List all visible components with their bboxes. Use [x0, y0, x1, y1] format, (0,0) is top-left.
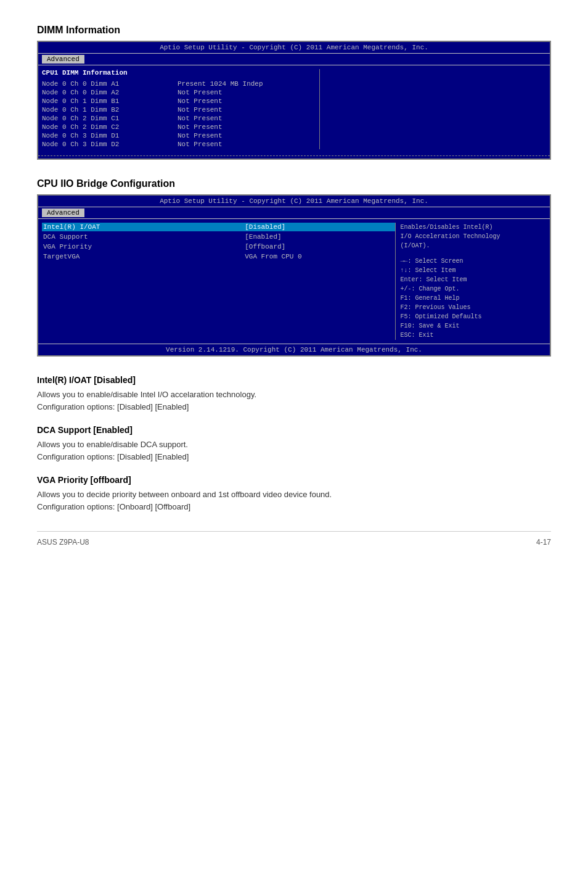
dimm-cpu-label: CPU1 DIMM Information: [42, 69, 313, 76]
iio-row-label: VGA Priority: [42, 242, 243, 251]
nav-help-item: +/-: Change Opt.: [401, 284, 546, 294]
dimm-row-value: Not Present: [178, 123, 313, 131]
iio-row-label: TargetVGA: [42, 252, 243, 261]
vga-priority-body: Allows you to decide priority between on…: [37, 489, 551, 513]
dimm-table-row: Node 0 Ch 0 Dimm A2Not Present: [42, 89, 313, 96]
iio-row-label: Intel(R) I/OAT: [42, 223, 243, 231]
dimm-bios-left: CPU1 DIMM Information Node 0 Ch 0 Dimm A…: [42, 69, 319, 149]
dimm-row-label: Node 0 Ch 3 Dimm D2: [42, 141, 178, 148]
iio-bios-header: Aptio Setup Utility - Copyright (C) 2011…: [38, 196, 550, 207]
dimm-row-label: Node 0 Ch 2 Dimm C1: [42, 115, 178, 122]
vga-priority-title: VGA Priority [offboard]: [37, 475, 551, 485]
iio-row-value: [Enabled]: [243, 233, 394, 241]
iio-bios-screen: Aptio Setup Utility - Copyright (C) 2011…: [37, 194, 551, 357]
page-footer: ASUS Z9PA-U8 4-17: [37, 531, 551, 547]
dca-support-body: Allows you to enable/disable DCA support…: [37, 439, 551, 463]
dimm-row-label: Node 0 Ch 2 Dimm C2: [42, 123, 178, 131]
iio-section-title: CPU IIO Bridge Configuration: [37, 178, 551, 189]
iio-row-value: [Offboard]: [243, 242, 394, 251]
iio-nav-help: →←: Select Screen↑↓: Select ItemEnter: S…: [401, 257, 546, 340]
nav-help-item: F5: Optimized Defaults: [401, 312, 546, 321]
dca-support-title: DCA Support [Enabled]: [37, 425, 551, 435]
intel-ioat-title: Intel(R) I/OAT [Disabled]: [37, 375, 551, 385]
iio-row-label: DCA Support: [42, 233, 243, 241]
dimm-bios-header: Aptio Setup Utility - Copyright (C) 2011…: [38, 42, 550, 54]
dimm-table-row: Node 0 Ch 2 Dimm C1Not Present: [42, 115, 313, 122]
iio-values: [Disabled][Enabled][Offboard] VGA From C…: [243, 223, 394, 340]
nav-help-item: Enter: Select Item: [401, 275, 546, 284]
dimm-dashed-border: [38, 155, 550, 156]
dimm-row-label: Node 0 Ch 1 Dimm B1: [42, 97, 178, 105]
dimm-row-value: Present 1024 MB Indep: [178, 80, 313, 88]
dimm-row-value: Not Present: [178, 97, 313, 105]
iio-tab-bar: Advanced: [38, 207, 550, 219]
iio-advanced-tab[interactable]: Advanced: [42, 208, 84, 217]
nav-help-item: ↑↓: Select Item: [401, 266, 546, 275]
iio-row-value: [Disabled]: [243, 223, 394, 231]
dimm-bios-screen: Aptio Setup Utility - Copyright (C) 2011…: [37, 41, 551, 160]
dimm-table-row: Node 0 Ch 1 Dimm B1Not Present: [42, 97, 313, 105]
dimm-row-label: Node 0 Ch 3 Dimm D1: [42, 132, 178, 139]
dimm-table-row: Node 0 Ch 3 Dimm D1Not Present: [42, 132, 313, 139]
nav-help-item: F1: General Help: [401, 294, 546, 303]
iio-help: Enables/Disables Intel(R) I/O Accelerati…: [395, 223, 546, 340]
dimm-row-value: Not Present: [178, 106, 313, 113]
footer-right: 4-17: [536, 538, 551, 547]
iio-bios-content: Intel(R) I/OATDCA SupportVGA PriorityTar…: [38, 219, 550, 344]
dimm-table-row: Node 0 Ch 2 Dimm C2Not Present: [42, 123, 313, 131]
nav-help-item: →←: Select Screen: [401, 257, 546, 266]
iio-row-value: VGA From CPU 0: [243, 252, 394, 261]
dimm-row-value: Not Present: [178, 141, 313, 148]
dimm-table-row: Node 0 Ch 0 Dimm A1Present 1024 MB Indep: [42, 80, 313, 88]
dimm-table-row: Node 0 Ch 1 Dimm B2Not Present: [42, 106, 313, 113]
nav-help-item: F10: Save & Exit: [401, 321, 546, 331]
dimm-table-row: Node 0 Ch 3 Dimm D2Not Present: [42, 141, 313, 148]
footer-left: ASUS Z9PA-U8: [37, 538, 89, 547]
dimm-advanced-tab[interactable]: Advanced: [42, 55, 84, 64]
dimm-bios-content: CPU1 DIMM Information Node 0 Ch 0 Dimm A…: [38, 65, 550, 153]
dimm-section-title: DIMM Information: [37, 25, 551, 36]
dimm-row-value: Not Present: [178, 89, 313, 96]
nav-help-item: F2: Previous Values: [401, 303, 546, 312]
iio-bios-footer: Version 2.14.1219. Copyright (C) 2011 Am…: [38, 344, 550, 355]
iio-description: Enables/Disables Intel(R) I/O Accelerati…: [401, 223, 546, 250]
dimm-row-label: Node 0 Ch 0 Dimm A1: [42, 80, 178, 88]
dimm-row-value: Not Present: [178, 132, 313, 139]
dimm-tab-bar: Advanced: [38, 54, 550, 65]
dimm-rows: Node 0 Ch 0 Dimm A1Present 1024 MB Indep…: [42, 80, 313, 148]
nav-help-item: ESC: Exit: [401, 331, 546, 340]
dimm-row-label: Node 0 Ch 0 Dimm A2: [42, 89, 178, 96]
dimm-row-value: Not Present: [178, 115, 313, 122]
intel-ioat-body: Allows you to enable/disable Intel I/O a…: [37, 389, 551, 413]
dimm-row-label: Node 0 Ch 1 Dimm B2: [42, 106, 178, 113]
iio-labels: Intel(R) I/OATDCA SupportVGA PriorityTar…: [42, 223, 243, 340]
dimm-bios-right: [319, 69, 546, 149]
